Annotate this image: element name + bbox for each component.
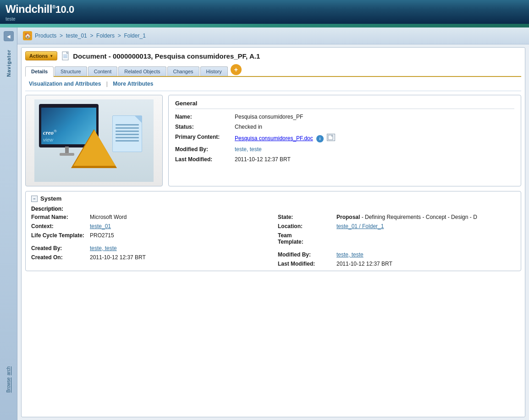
sys-row-context: Context: teste_01 bbox=[31, 223, 269, 229]
nav-toggle-arrow[interactable]: ◀ bbox=[4, 31, 14, 41]
breadcrumb-folder1[interactable]: Folder_1 bbox=[124, 33, 145, 39]
triangle-yellow bbox=[73, 130, 116, 166]
sys-label-location: Location: bbox=[278, 223, 333, 229]
info-icon-doc[interactable] bbox=[327, 134, 335, 141]
sys-value-created-on: 2011-10-12 12:37 BRT bbox=[90, 254, 146, 261]
system-right-col: State: Proposal - Defining Requirements … bbox=[278, 214, 515, 267]
nav-search-link[interactable]: arch bbox=[6, 366, 11, 375]
info-value-modified-by[interactable]: teste, teste bbox=[235, 146, 514, 153]
info-label-modified-by: Modified By: bbox=[175, 146, 235, 153]
sub-nav-more-attributes[interactable]: More Attributes bbox=[109, 80, 157, 88]
doc-line-1 bbox=[116, 124, 139, 125]
main-content: 🏠 Products > teste_01 > Folders > Folder… bbox=[17, 27, 529, 420]
doc-line-6 bbox=[116, 140, 139, 142]
tab-changes[interactable]: Changes bbox=[167, 66, 199, 76]
breadcrumb-products[interactable]: Products bbox=[35, 33, 56, 39]
tabs-row: Details Structure Content Related Object… bbox=[25, 64, 521, 77]
nav-browse-link[interactable]: Browse bbox=[6, 377, 11, 393]
navigator-label: Navigator bbox=[6, 49, 11, 77]
info-icon[interactable]: i bbox=[316, 135, 324, 142]
sys-label-format: Format Name: bbox=[31, 214, 86, 220]
breadcrumb: Products > teste_01 > Folders > Folder_1 bbox=[35, 33, 146, 39]
general-panel: General Name: Pesquisa consumidores_PF S… bbox=[168, 95, 521, 186]
document-title: Document - 0000000013, Pesquisa consumid… bbox=[73, 52, 260, 60]
app-version: 10.0 bbox=[55, 4, 74, 15]
doc-line-4 bbox=[116, 134, 139, 135]
sys-value-location[interactable]: teste_01 / Folder_1 bbox=[336, 223, 384, 229]
accent-bar bbox=[0, 24, 529, 27]
tab-history[interactable]: History bbox=[200, 66, 228, 76]
sys-label-modified-by: Modified By: bbox=[278, 251, 333, 258]
collapse-button[interactable]: − bbox=[31, 196, 38, 202]
add-tab-button[interactable]: + bbox=[231, 64, 242, 75]
sys-label-last-modified: Last Modified: bbox=[278, 261, 333, 267]
breadcrumb-bar: 🏠 Products > teste_01 > Folders > Folder… bbox=[17, 27, 529, 44]
app-branding: Windchill®10.0 teste bbox=[6, 3, 74, 22]
sys-label-context: Context: bbox=[31, 223, 86, 229]
sys-value-format: Microsoft Word bbox=[90, 214, 127, 220]
doc-line-2 bbox=[116, 127, 139, 129]
sys-row-created-by: Created By: teste, teste bbox=[31, 245, 269, 251]
sys-value-context[interactable]: teste_01 bbox=[90, 223, 111, 229]
creo-view-text: view bbox=[43, 137, 53, 142]
breadcrumb-teste01[interactable]: teste_01 bbox=[66, 33, 87, 39]
left-nav-panel: ◀ Navigator arch Browse bbox=[0, 27, 17, 420]
info-row-name: Name: Pesquisa consumidores_PF bbox=[175, 114, 514, 120]
sub-nav-separator: | bbox=[105, 80, 109, 88]
app-user: teste bbox=[6, 16, 74, 22]
sys-value-state: Proposal - Defining Requirements - Conce… bbox=[336, 214, 477, 220]
info-value-status: Checked in bbox=[235, 124, 514, 130]
info-row-last-modified: Last Modified: 2011-10-12 12:37 BRT bbox=[175, 156, 514, 163]
sys-row-state: State: Proposal - Defining Requirements … bbox=[278, 214, 515, 220]
doc-page-graphic bbox=[112, 115, 142, 152]
details-body: creo® view bbox=[25, 95, 521, 186]
sys-value-last-modified: 2011-10-12 12:37 BRT bbox=[336, 261, 392, 267]
sys-label-lifecycle: Life Cycle Template: bbox=[31, 232, 86, 239]
info-row-primary-content: Primary Content: Pesquisa consumidores_P… bbox=[175, 134, 514, 142]
sys-row-last-modified: Last Modified: 2011-10-12 12:37 BRT bbox=[278, 261, 515, 267]
dropdown-arrow-icon: ▼ bbox=[50, 54, 53, 58]
info-label-status: Status: bbox=[175, 124, 235, 130]
sys-value-modified-by[interactable]: teste, teste bbox=[336, 251, 364, 258]
tab-related-objects[interactable]: Related Objects bbox=[118, 66, 166, 76]
info-label-name: Name: bbox=[175, 114, 235, 120]
primary-content-link[interactable]: Pesquisa consumidores_PF.doc bbox=[235, 135, 313, 142]
actions-row: Actions ▼ Document - 0000000013, Pesqui bbox=[25, 51, 521, 60]
system-header: − System bbox=[31, 195, 515, 202]
description-row: Description: bbox=[31, 206, 515, 212]
actions-button[interactable]: Actions ▼ bbox=[25, 51, 57, 60]
document-title-row: Document - 0000000013, Pesquisa consumid… bbox=[62, 51, 260, 60]
doc-line-3 bbox=[116, 131, 139, 132]
sys-label-created-on: Created On: bbox=[31, 254, 86, 261]
state-emphasis: Proposal bbox=[336, 214, 360, 220]
info-value-last-modified: 2011-10-12 12:37 BRT bbox=[235, 156, 514, 163]
info-row-modified-by: Modified By: teste, teste bbox=[175, 146, 514, 153]
description-label: Description: bbox=[31, 206, 63, 212]
document-icon bbox=[62, 51, 70, 60]
sys-value-lifecycle: PRO2715 bbox=[90, 232, 114, 239]
info-row-status: Status: Checked in bbox=[175, 124, 514, 130]
preview-panel: creo® view bbox=[25, 95, 163, 186]
doc-page-lines bbox=[113, 116, 142, 144]
app-header: Windchill®10.0 teste bbox=[0, 0, 529, 24]
sub-nav-visualization[interactable]: Visualization and Attributes bbox=[25, 80, 105, 88]
sys-value-created-by[interactable]: teste, teste bbox=[90, 245, 117, 251]
app-title: Windchill®10.0 bbox=[6, 3, 74, 16]
info-label-last-modified: Last Modified: bbox=[175, 156, 235, 163]
preview-image: creo® view bbox=[34, 99, 154, 182]
monitor-stand bbox=[65, 147, 69, 153]
tab-structure[interactable]: Structure bbox=[55, 66, 87, 76]
sys-row-lifecycle: Life Cycle Template: PRO2715 bbox=[31, 232, 269, 239]
info-label-primary-content: Primary Content: bbox=[175, 134, 235, 140]
info-value-name: Pesquisa consumidores_PF bbox=[235, 114, 514, 120]
creo-logo: creo® bbox=[43, 129, 57, 136]
general-title: General bbox=[175, 100, 514, 109]
home-icon[interactable]: 🏠 bbox=[23, 31, 32, 40]
content-panel: Actions ▼ Document - 0000000013, Pesqui bbox=[21, 47, 525, 417]
doc-file-icon bbox=[62, 51, 70, 60]
sys-row-format: Format Name: Microsoft Word bbox=[31, 214, 269, 220]
tab-content[interactable]: Content bbox=[88, 66, 118, 76]
breadcrumb-folders[interactable]: Folders bbox=[96, 33, 115, 39]
tab-details[interactable]: Details bbox=[25, 66, 54, 77]
nav-bottom-items: arch Browse bbox=[6, 366, 11, 393]
